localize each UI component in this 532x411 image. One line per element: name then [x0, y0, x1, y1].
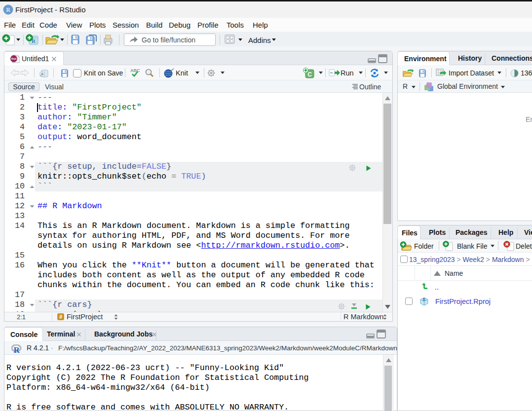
svg-text:ABC: ABC [130, 68, 140, 73]
svg-text:R: R [14, 345, 20, 354]
svg-text:Rmd: Rmd [11, 58, 16, 60]
svg-text:R: R [6, 6, 10, 13]
svg-text:C: C [307, 71, 312, 78]
svg-text:R: R [423, 298, 426, 302]
